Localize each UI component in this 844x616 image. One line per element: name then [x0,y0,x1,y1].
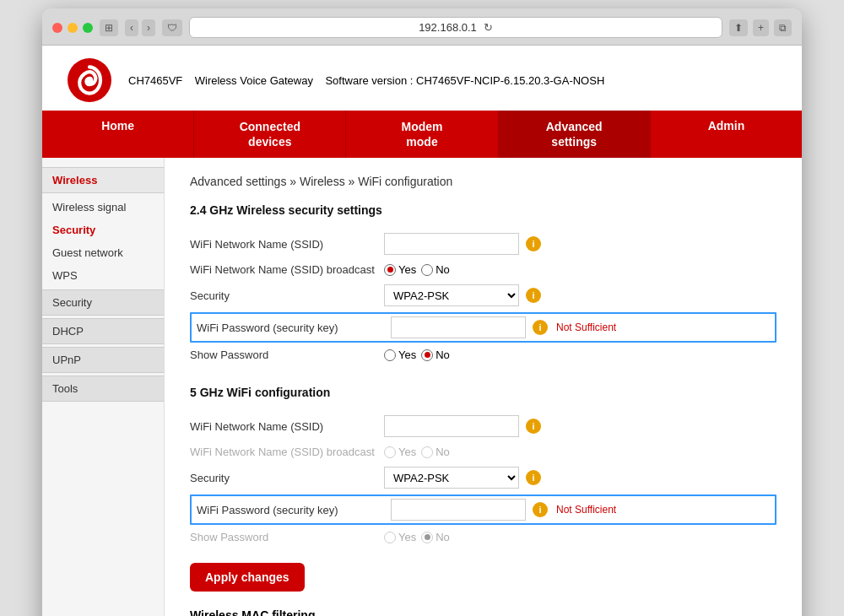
shield-icon[interactable]: 🛡 [162,19,182,36]
ssid-24-info-icon[interactable]: i [526,236,541,251]
nav-admin[interactable]: Admin [651,111,802,158]
show-password-5-value: Yes No [384,531,450,543]
ssid-5-info-icon[interactable]: i [526,419,541,434]
sidebar-upnp-section[interactable]: UPnP [42,347,164,373]
form-row-password-5: WiFi Password (security key) i Not Suffi… [190,494,776,525]
show-password-24-yes-label[interactable]: Yes [384,349,416,361]
content-area: Wireless Wireless signal Security Guest … [42,158,802,616]
show-password-5-no-radio [421,532,433,543]
form-row-ssid-24: WiFi Network Name (SSID) i [190,229,776,259]
ssid-broadcast-5-label: WiFi Network Name (SSID) broadcast [190,446,384,458]
router-header: CH7465VF Wireless Voice Gateway Software… [42,46,802,111]
sidebar-dhcp-section[interactable]: DHCP [42,318,164,344]
nav-advanced-settings-label: Advancedsettings [546,120,603,149]
nav-buttons: ‹ › [125,19,155,36]
password-5-not-sufficient: Not Sufficient [556,504,616,516]
sidebar-security-section[interactable]: Security [42,289,164,316]
page-content: CH7465VF Wireless Voice Gateway Software… [42,46,802,616]
address-bar[interactable]: 192.168.0.1 ↻ [189,17,722,38]
ssid-5-input[interactable] [384,415,519,437]
back-button[interactable]: ‹ [125,19,138,36]
password-5-label: WiFi Password (security key) [197,504,391,516]
sidebar-tools-section[interactable]: Tools [42,376,164,402]
nav-modem-mode[interactable]: Modemmode [346,111,498,158]
ssid-5-value: i [384,415,541,437]
ssid-broadcast-5-yes-radio [384,446,396,458]
security-5-select[interactable]: WPA2-PSK WPA-PSK None [384,467,519,489]
sidebar-item-wireless-signal[interactable]: Wireless signal [42,196,164,219]
sidebar-wireless-signal-label: Wireless signal [52,201,126,213]
show-password-24-radio: Yes No [384,349,450,361]
form-row-security-24: Security WPA2-PSK WPA-PSK None i [190,280,776,311]
show-password-5-radio: Yes No [384,531,450,543]
apply-changes-button[interactable]: Apply changes [190,563,305,592]
security-5-info-icon[interactable]: i [526,470,541,485]
browser-chrome: ⊞ ‹ › 🛡 192.168.0.1 ↻ ⬆ + ⧉ [42,8,802,46]
form-row-show-password-24: Show Password Yes No [190,344,776,365]
device-model: CH7465VF [128,74,182,87]
nav-connected-devices-label: Connecteddevices [240,120,300,149]
show-password-24-yes-radio[interactable] [384,349,396,361]
device-info: CH7465VF Wireless Voice Gateway Software… [128,74,604,87]
ssid-broadcast-5-yes-label: Yes [384,446,416,458]
breadcrumb-sep2: » [349,175,359,188]
refresh-icon[interactable]: ↻ [484,21,493,34]
sidebar-security-section-label: Security [52,296,92,309]
new-tab-button[interactable]: + [753,19,769,36]
ssid-broadcast-24-no-label[interactable]: No [421,263,450,276]
ssid-broadcast-5-no-radio [421,446,433,458]
password-24-label: WiFi Password (security key) [197,322,391,334]
sidebar-guest-network-label: Guest network [52,246,123,259]
close-button[interactable] [52,23,62,33]
sidebar-toggle-button[interactable]: ⊞ [100,19,118,36]
nav-home[interactable]: Home [42,111,194,158]
password-5-input[interactable] [391,499,526,521]
show-password-5-yes-radio [384,532,396,543]
section-24ghz: 2.4 GHz Wireless security settings WiFi … [190,203,776,365]
mac-filtering-section: Wireless MAC filtering This section allo… [190,608,776,616]
sidebar-tools-label: Tools [52,382,78,395]
sidebar-item-guest-network[interactable]: Guest network [42,241,164,264]
ssid-broadcast-24-no-radio[interactable] [421,264,433,276]
sidebar-item-wps[interactable]: WPS [42,264,164,287]
show-password-24-no-label[interactable]: No [421,349,450,361]
form-row-ssid-broadcast-24: WiFi Network Name (SSID) broadcast Yes [190,259,776,280]
sidebar-dhcp-label: DHCP [52,325,84,338]
form-row-ssid-5: WiFi Network Name (SSID) i [190,411,776,441]
sidebar-wireless-label: Wireless [52,174,97,186]
section-5ghz: 5 GHz WiFi configuration WiFi Network Na… [190,386,776,548]
password-24-info-icon[interactable]: i [533,320,548,335]
ssid-24-value: i [384,233,541,255]
show-password-24-no-radio[interactable] [421,349,433,361]
section-24-title: 2.4 GHz Wireless security settings [190,203,776,217]
ssid-broadcast-5-radio: Yes No [384,446,450,458]
traffic-lights [52,23,93,33]
forward-button[interactable]: › [142,19,155,36]
password-5-info-icon[interactable]: i [533,502,548,517]
breadcrumb-part1: Advanced settings [190,175,286,188]
nav-advanced-settings[interactable]: Advancedsettings [499,111,651,158]
ssid-broadcast-24-label: WiFi Network Name (SSID) broadcast [190,263,384,276]
url-text: 192.168.0.1 [419,21,477,34]
breadcrumb-part2: Wireless [300,175,345,188]
form-row-password-24: WiFi Password (security key) i Not Suffi… [190,312,776,343]
password-24-input[interactable] [391,316,526,338]
ssid-broadcast-24-value: Yes No [384,263,450,276]
device-type: Wireless Voice Gateway [195,74,313,87]
password-5-value: i Not Sufficient [391,499,616,521]
minimize-button[interactable] [68,23,78,33]
maximize-button[interactable] [83,23,93,33]
nav-connected-devices[interactable]: Connecteddevices [194,111,346,158]
tab-overview-button[interactable]: ⧉ [774,19,792,36]
password-24-value: i Not Sufficient [391,316,616,338]
security-24-info-icon[interactable]: i [526,288,541,303]
sidebar-item-security-wireless[interactable]: Security [42,219,164,241]
ssid-24-input[interactable] [384,233,519,255]
toolbar-icons: ⬆ + ⧉ [729,19,792,36]
breadcrumb-part3: WiFi configuration [358,175,452,188]
sidebar-wireless-group[interactable]: Wireless [42,167,164,193]
ssid-broadcast-24-yes-label[interactable]: Yes [384,263,416,276]
share-button[interactable]: ⬆ [729,19,748,36]
ssid-broadcast-24-yes-radio[interactable] [384,264,396,276]
security-24-select[interactable]: WPA2-PSK WPA-PSK None [384,284,519,306]
